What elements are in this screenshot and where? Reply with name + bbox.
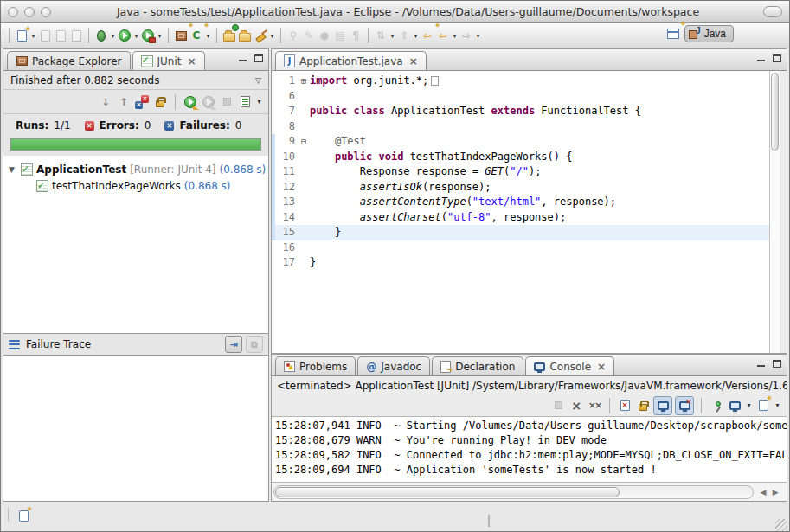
fold-plus-icon[interactable]: ⊞: [298, 74, 310, 89]
failure-trace-body[interactable]: [3, 356, 268, 501]
scrollbar-arrows[interactable]: ◀ ▶: [754, 488, 785, 497]
code-line[interactable]: 7public class ApplicationTest extends Fu…: [272, 104, 769, 119]
maximize-view-icon[interactable]: [773, 54, 781, 62]
toolbar-separator: [368, 28, 369, 43]
scroll-lock-icon[interactable]: [152, 94, 168, 110]
javadoc-icon: @: [366, 361, 376, 373]
code-line[interactable]: 10 public void testThatIndexPageWorks() …: [272, 150, 769, 165]
remove-all-terminated-icon[interactable]: [587, 398, 602, 413]
paintbrush-caret[interactable]: [268, 28, 276, 43]
code-lines[interactable]: 1⊞import org.junit.*;67public class Appl…: [272, 71, 769, 353]
new-stuff-icon[interactable]: [16, 508, 31, 523]
run-icon[interactable]: [117, 28, 132, 43]
tab-javadoc[interactable]: @ Javadoc: [357, 356, 430, 375]
pin-console-icon[interactable]: [709, 398, 724, 413]
scroll-left-icon[interactable]: ◀: [760, 488, 766, 497]
resize-grip[interactable]: [775, 519, 787, 531]
test-run-history-caret[interactable]: [255, 94, 263, 110]
tab-problems[interactable]: Problems: [275, 356, 356, 375]
paintbrush-icon[interactable]: [253, 28, 268, 43]
open-folder-new-icon[interactable]: [222, 28, 237, 43]
code-line[interactable]: 1⊞import org.junit.*;: [272, 74, 769, 89]
open-console-caret[interactable]: [774, 398, 781, 413]
maximize-view-icon[interactable]: [254, 54, 263, 62]
view-menu-icon[interactable]: ▽: [255, 76, 261, 85]
sort-caret[interactable]: [389, 28, 396, 43]
close-icon[interactable]: ×: [188, 55, 196, 67]
close-icon[interactable]: ×: [409, 55, 418, 67]
last-edit-location-icon[interactable]: ⇦: [420, 28, 435, 43]
run-external-tools-icon[interactable]: [140, 28, 156, 43]
tab-console[interactable]: Console ×: [525, 356, 614, 375]
new-java-package-icon[interactable]: [173, 28, 189, 43]
junit-test-tree[interactable]: ▼ ApplicationTest [Runner: JUnit 4] (0.8…: [3, 156, 268, 334]
code-line[interactable]: 16: [272, 240, 769, 256]
java-perspective-button[interactable]: Java: [684, 25, 734, 42]
new-wizard-icon[interactable]: [14, 28, 29, 43]
overview-ruler[interactable]: [780, 71, 787, 353]
minimize-view-icon[interactable]: [239, 54, 247, 62]
console-output[interactable]: 15:28:07,941 INFO ~ Starting /Volumes/Da…: [272, 417, 787, 482]
show-failures-only-icon[interactable]: [134, 94, 150, 110]
tab-declaration[interactable]: Declaration: [432, 356, 523, 375]
test-run-history-icon[interactable]: [237, 94, 253, 110]
back-caret[interactable]: [451, 28, 459, 43]
code-line[interactable]: 11 Response response = GET("/");: [272, 164, 769, 180]
show-stacktrace-icon[interactable]: ⇥: [225, 336, 242, 353]
search-icon: ⚲: [286, 28, 301, 43]
minimize-view-icon[interactable]: [757, 360, 766, 368]
code-line[interactable]: 8: [272, 119, 769, 135]
show-console-on-stderr-icon[interactable]: [675, 396, 694, 415]
zoom-window-button[interactable]: [41, 7, 51, 17]
minimize-view-icon[interactable]: [757, 54, 766, 62]
maximize-view-icon[interactable]: [773, 360, 781, 368]
scroll-right-icon[interactable]: ▶: [773, 488, 779, 497]
tree-row-test[interactable]: testThatIndexPageWorks (0.868 s): [3, 177, 268, 194]
rerun-test-icon[interactable]: [183, 94, 198, 110]
minimize-window-button[interactable]: [24, 7, 35, 17]
new-doc-glyph: [19, 510, 29, 522]
expander-icon[interactable]: ▼: [9, 165, 17, 174]
new-java-class-caret[interactable]: [204, 28, 212, 43]
tree-row-suite[interactable]: ▼ ApplicationTest [Runner: JUnit 4] (0.8…: [3, 161, 268, 177]
failure-trace-icon: [9, 340, 20, 349]
tab-junit[interactable]: JUnit ×: [132, 51, 205, 70]
close-window-button[interactable]: [8, 7, 18, 17]
run-external-caret[interactable]: [156, 28, 164, 43]
scrollbar-thumb[interactable]: [275, 487, 620, 497]
junit-glyph: [141, 55, 153, 67]
new-java-class-icon[interactable]: C: [189, 28, 204, 43]
console-scroll-lock-icon[interactable]: [635, 398, 651, 413]
editor-vertical-scrollbar[interactable]: [769, 71, 780, 353]
tab-application-test[interactable]: J ApplicationTest.java ×: [275, 51, 427, 70]
next-annotation-caret[interactable]: [412, 28, 420, 43]
clear-console-icon[interactable]: [617, 398, 633, 413]
debug-caret[interactable]: [109, 28, 117, 43]
scrollbar-thumb[interactable]: [771, 73, 779, 151]
display-console-caret[interactable]: [745, 398, 753, 413]
toolbar-toggle-button[interactable]: [763, 6, 782, 17]
open-console-icon[interactable]: [755, 398, 771, 413]
display-selected-console-icon[interactable]: [727, 398, 742, 413]
remove-launch-icon[interactable]: [568, 398, 584, 413]
code-line[interactable]: 13 assertContentType("text/html", respon…: [272, 195, 769, 210]
code-line[interactable]: 6: [272, 89, 769, 105]
open-folder-icon[interactable]: [237, 28, 253, 43]
debug-icon[interactable]: [93, 28, 109, 43]
code-line[interactable]: 15 }: [272, 225, 769, 240]
run-caret[interactable]: [132, 28, 140, 43]
code-line[interactable]: 14 assertCharset("utf-8", response);: [272, 210, 769, 226]
console-horizontal-scrollbar[interactable]: ◀ ▶: [272, 482, 787, 501]
code-line[interactable]: 17}: [272, 255, 769, 271]
close-icon[interactable]: ×: [597, 361, 606, 373]
test-label: testThatIndexPageWorks: [52, 180, 181, 192]
tab-package-explorer[interactable]: Package Explorer: [7, 51, 131, 70]
scrollbar-track[interactable]: [273, 485, 754, 499]
open-perspective-icon[interactable]: [665, 26, 681, 42]
code-line[interactable]: 12 assertIsOk(response);: [272, 180, 769, 195]
fold-minus-icon[interactable]: ⊟: [298, 134, 310, 150]
forward-caret[interactable]: [474, 28, 482, 43]
back-icon[interactable]: ⇦: [435, 28, 451, 43]
show-console-on-stdout-icon[interactable]: [653, 396, 672, 415]
code-line[interactable]: 9⊟ @Test: [272, 134, 769, 150]
